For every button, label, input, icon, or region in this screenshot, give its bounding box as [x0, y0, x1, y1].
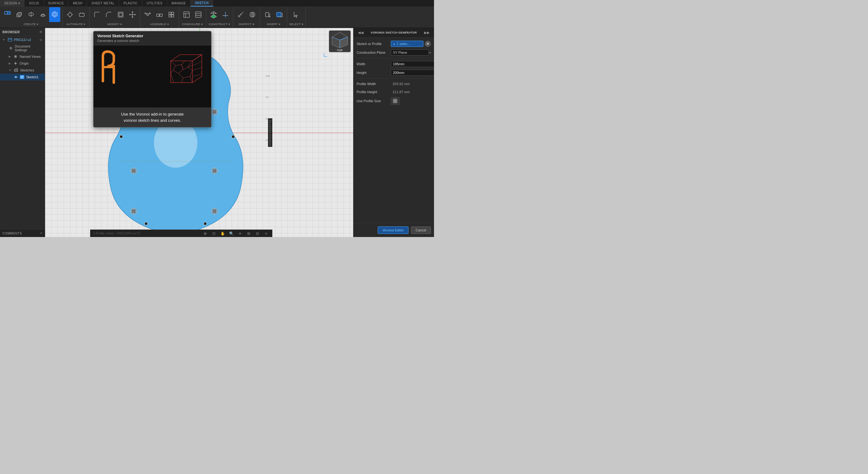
voronoi-icon	[51, 10, 58, 19]
sidebar-item-project[interactable]: ▼ PROJJJ v2 ⚙	[0, 36, 45, 43]
use-profile-size-btn[interactable]	[391, 97, 400, 105]
zoom-out-icon[interactable]: 🔍	[228, 231, 235, 237]
sketch1-visibility-icon[interactable]	[14, 75, 18, 79]
sidebar-item-sketch1[interactable]: Sketch1	[0, 74, 45, 80]
right-panel: ◀◀ VORONOI SKETCH GENERATOR ▶▶ Sketch or…	[353, 28, 434, 237]
toolbar-section-select: SELECT ▾	[287, 7, 306, 28]
nav-cube[interactable]: TOP	[329, 30, 351, 52]
section-label-insert: INSERT ▾	[267, 23, 280, 26]
svg-rect-12	[119, 13, 122, 16]
snap-icon[interactable]: ⊕	[202, 231, 208, 237]
tool-measure[interactable]	[235, 7, 246, 22]
svg-marker-8	[54, 13, 56, 16]
rp-row-construction-plane: Construction Plane XY Plane ▾	[356, 49, 431, 56]
rp-expand-right-btn[interactable]: ▶▶	[423, 30, 431, 35]
sidebar-item-doc-settings[interactable]: ⚙ Document Settings	[0, 43, 45, 53]
sketch1-label: Sketch1	[26, 75, 38, 79]
grid-snap-icon[interactable]: ⊡	[211, 231, 217, 237]
design-menu[interactable]: DESIGN ▾	[0, 0, 25, 6]
pan-icon[interactable]: ✋	[219, 231, 226, 237]
tool-move[interactable]	[127, 7, 138, 22]
section-label-construct: CONSTRUCT ▾	[209, 23, 230, 26]
tool-revolve[interactable]	[26, 7, 37, 22]
svg-rect-21	[169, 12, 171, 14]
status-bar: 1 Profile | Area : 14913.809 mm^2 ⊕ ⊡ ✋ …	[90, 230, 272, 237]
tab-sketch[interactable]: SKETCH	[191, 0, 213, 6]
tab-solid[interactable]: SOLID	[25, 0, 44, 6]
tool-zebra[interactable]	[247, 7, 258, 22]
viewport[interactable]: Voronoi Sketch Generator Generates a vor…	[45, 28, 353, 237]
svg-marker-3	[17, 12, 22, 17]
svg-point-53	[15, 76, 17, 78]
comments-add-icon[interactable]: +	[40, 231, 42, 235]
rp-form: Sketch or Profile ◈ 1 selec... ✕ Constru…	[353, 38, 434, 223]
project-settings-icon: ⚙	[39, 38, 42, 42]
rp-row-use-profile-size: Use Profile Size	[356, 97, 431, 105]
construction-plane-select[interactable]: XY Plane	[391, 49, 429, 56]
voronoi-editor-btn[interactable]: Voronoi Editor	[378, 227, 408, 234]
display-icon[interactable]: ⊟	[254, 231, 260, 237]
tool-configure2[interactable]	[193, 7, 204, 22]
svg-rect-18	[157, 14, 159, 16]
tool-shell[interactable]	[115, 7, 126, 22]
tool-select[interactable]	[291, 7, 302, 22]
tool-fillet[interactable]	[91, 7, 102, 22]
tool-construct-plane[interactable]	[208, 7, 219, 22]
zoom-in-icon[interactable]: ⊕	[237, 231, 243, 237]
rp-collapse-left-btn[interactable]: ◀◀	[356, 30, 365, 35]
sketch-profile-select-btn[interactable]: ◈ 1 selec...	[391, 41, 424, 47]
sidebar-item-sketches[interactable]: ▼ Sketches	[0, 67, 45, 74]
tool-new-component[interactable]	[2, 7, 13, 22]
origin-label: Origin	[20, 62, 29, 65]
rp-row-profile-height: Profile Height 211.87 mm	[356, 89, 431, 95]
tab-surface[interactable]: SURFACE	[44, 0, 69, 6]
tooltip-title: Voronoi Sketch Generator	[97, 34, 207, 38]
rp-right-controls: ▶▶	[423, 30, 431, 35]
sketch-profile-value: 1 selec...	[397, 42, 410, 46]
tool-configure1[interactable]	[181, 7, 192, 22]
tool-voronoi[interactable]	[49, 7, 60, 22]
tool-insert1[interactable]	[262, 7, 273, 22]
cancel-btn[interactable]: Cancel	[411, 227, 431, 234]
tool-insert2[interactable]	[274, 7, 285, 22]
doc-settings-label: Document Settings	[14, 44, 42, 52]
svg-point-15	[149, 13, 151, 14]
tab-mesh[interactable]: MESH	[68, 0, 87, 6]
sidebar-item-origin[interactable]: ▶ Origin	[0, 60, 45, 67]
svg-point-48	[15, 56, 16, 57]
rp-row-height: Height	[356, 70, 431, 76]
named-views-arrow: ▶	[9, 55, 11, 58]
svg-marker-7	[52, 11, 57, 17]
tab-sheet-metal[interactable]: SHEET METAL	[87, 0, 119, 6]
section-label-select: SELECT ▾	[289, 23, 303, 26]
width-label: Width	[356, 62, 391, 66]
env-icon[interactable]: ≡	[263, 231, 269, 237]
tool-automate2[interactable]	[76, 7, 87, 22]
tab-plastic[interactable]: PLASTIC	[119, 0, 142, 6]
right-panel-header: ◀◀ VORONOI SKETCH GENERATOR ▶▶	[353, 28, 434, 38]
tool-automate1[interactable]	[64, 7, 75, 22]
sidebar-item-named-views[interactable]: ▶ Named Views	[0, 53, 45, 60]
width-input[interactable]	[391, 61, 434, 67]
tool-chamfer[interactable]	[103, 7, 115, 22]
sidebar: BROWSER ✕ ▼ PROJJJ v2 ⚙ ⚙ Document Setti…	[0, 28, 45, 237]
svg-rect-40	[266, 12, 269, 17]
view-grid-icon[interactable]: ⊞	[246, 231, 252, 237]
extrude-icon	[16, 10, 23, 19]
tab-manage[interactable]: MANAGE	[167, 0, 191, 6]
tool-joint[interactable]	[142, 7, 153, 22]
tool-assemble3[interactable]	[166, 7, 177, 22]
tool-extrude[interactable]	[14, 7, 25, 22]
sidebar-close-btn[interactable]: ✕	[39, 30, 42, 34]
svg-point-14	[145, 13, 146, 14]
tab-utilities[interactable]: UTILITIES	[143, 0, 167, 6]
main-area: BROWSER ✕ ▼ PROJJJ v2 ⚙ ⚙ Document Setti…	[0, 28, 434, 237]
section-label-configure: CONFIGURE ▾	[182, 23, 203, 26]
tool-sweep[interactable]	[37, 7, 49, 22]
section-label-automate: AUTOMATE ▾	[66, 23, 86, 26]
sketch-profile-clear-btn[interactable]: ✕	[425, 41, 431, 47]
height-input[interactable]	[391, 70, 434, 76]
tool-assemble2[interactable]	[154, 7, 165, 22]
profile-width-value: 203.92 mm	[391, 81, 431, 87]
tool-construct-axis[interactable]	[220, 7, 231, 22]
